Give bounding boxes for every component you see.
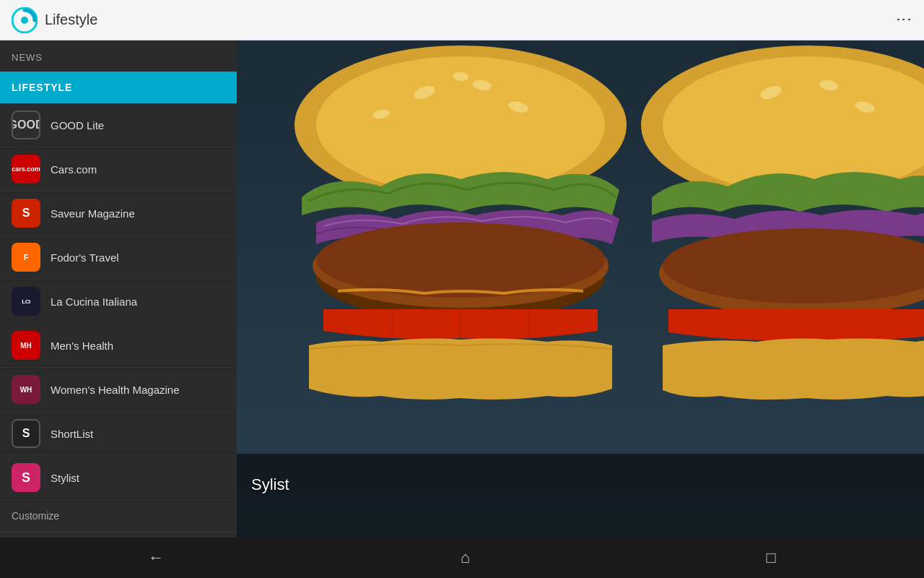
la-cucina-icon: LCI [12, 287, 40, 316]
sidebar-item-mens-health[interactable]: MH Men's Health [0, 324, 237, 368]
sidebar: NEWS LIFESTYLE GOOD GOOD Lite cars.com C… [0, 40, 237, 538]
svg-point-13 [316, 223, 605, 298]
stylist-icon: S [12, 463, 40, 492]
saveur-label: Saveur Magazine [51, 207, 135, 220]
app-title: Lifestyle [45, 12, 97, 28]
main-content: NEWS LIFESTYLE GOOD GOOD Lite cars.com C… [0, 40, 924, 538]
cars-label: Cars.com [51, 163, 97, 176]
recent-apps-button[interactable]: □ [766, 548, 775, 567]
image-caption: Sylist [251, 475, 289, 494]
saveur-icon: S [12, 199, 40, 228]
good-lite-icon: GOOD [12, 111, 40, 139]
sidebar-section-news[interactable]: NEWS [0, 40, 237, 72]
good-lite-label: GOOD Lite [51, 119, 104, 131]
sidebar-item-cars[interactable]: cars.com Cars.com [0, 147, 237, 191]
sidebar-item-shortlist[interactable]: S ShortList [0, 412, 237, 456]
shortlist-label: ShortList [51, 428, 93, 440]
cars-icon: cars.com [12, 155, 40, 184]
more-options-icon[interactable]: ⋮ [894, 12, 913, 29]
mens-health-icon: MH [12, 331, 40, 360]
sidebar-section-business[interactable]: BUSINESS [0, 532, 237, 538]
app-branding: Lifestyle [12, 7, 97, 33]
back-button[interactable]: ← [148, 548, 164, 567]
sidebar-item-stylist[interactable]: S Stylist [0, 456, 237, 500]
sidebar-item-fodors[interactable]: F Fodor's Travel [0, 236, 237, 280]
hero-image [237, 40, 924, 538]
app-logo [12, 7, 38, 33]
content-area: Sylist [237, 40, 924, 538]
top-bar: Lifestyle ⋮ [0, 0, 924, 40]
fodors-label: Fodor's Travel [51, 251, 119, 264]
stylist-label: Stylist [51, 472, 79, 484]
svg-point-1 [21, 17, 28, 24]
womens-health-label: Women's Health Magazine [51, 384, 180, 396]
sidebar-item-la-cucina[interactable]: LCI La Cucina Italiana [0, 280, 237, 324]
womens-health-icon: WH [12, 375, 40, 404]
la-cucina-label: La Cucina Italiana [51, 296, 137, 308]
sidebar-item-womens-health[interactable]: WH Women's Health Magazine [0, 368, 237, 412]
sidebar-item-saveur[interactable]: S Saveur Magazine [0, 191, 237, 236]
sidebar-section-lifestyle[interactable]: LIFESTYLE [0, 72, 237, 103]
svg-rect-24 [237, 454, 924, 538]
home-button[interactable]: ⌂ [461, 548, 470, 567]
fodors-icon: F [12, 243, 40, 272]
shortlist-icon: S [12, 419, 40, 448]
bottom-nav: ← ⌂ □ [0, 538, 924, 578]
mens-health-label: Men's Health [51, 340, 113, 352]
customize-link[interactable]: Customize [0, 500, 237, 532]
sidebar-item-good-lite[interactable]: GOOD GOOD Lite [0, 103, 237, 147]
